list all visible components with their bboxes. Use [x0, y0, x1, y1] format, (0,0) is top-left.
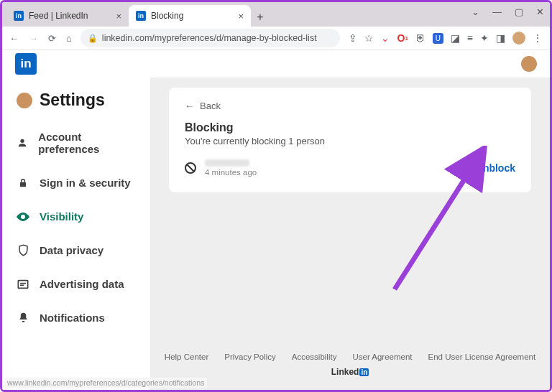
sidebar-item-label: Advertising data	[40, 278, 124, 290]
svg-rect-1	[20, 182, 26, 186]
extension-icon[interactable]: ≡	[467, 32, 473, 44]
settings-sidebar: Settings Account preferences Sign in & s…	[2, 78, 150, 390]
blocking-card: ← Back Blocking You're currently blockin…	[169, 88, 531, 192]
star-icon[interactable]: ☆	[364, 32, 374, 44]
sidebar-item-label: Sign in & security	[40, 177, 131, 189]
browser-addressbar: ← → ⟳ ⌂ 🔒 linkedin.com/mypreferences/d/m…	[2, 27, 550, 50]
url-input[interactable]: 🔒 linkedin.com/mypreferences/d/manage-by…	[80, 29, 341, 47]
window-controls: ⌄ ― ▢ ✕	[472, 6, 544, 17]
close-window-icon[interactable]: ✕	[536, 6, 544, 17]
menu-icon[interactable]: ⋮	[533, 32, 543, 44]
home-icon[interactable]: ⌂	[66, 33, 72, 44]
settings-header: Settings	[2, 90, 150, 120]
chevron-down-icon[interactable]: ⌄	[472, 6, 479, 17]
blocked-user-row: 4 minutes ago Unblock	[185, 159, 515, 177]
extension-icon[interactable]: U	[433, 33, 443, 44]
share-icon[interactable]: ⇪	[349, 32, 357, 44]
linkedin-favicon-icon: in	[14, 11, 24, 21]
footer-link[interactable]: Help Center	[165, 353, 208, 361]
footer-link[interactable]: Privacy Policy	[224, 353, 276, 361]
sidebar-item-account[interactable]: Account preferences	[2, 120, 150, 166]
page-title: Blocking	[185, 121, 515, 134]
footer-link[interactable]: User Agreement	[352, 353, 412, 361]
browser-tabbar: in Feed | LinkedIn × in Blocking × + ⌄ ―…	[2, 2, 550, 27]
blocked-icon	[185, 162, 196, 174]
settings-title: Settings	[40, 90, 105, 110]
reload-icon[interactable]: ⟳	[48, 33, 56, 44]
blocked-user-name	[205, 159, 249, 167]
tab-title: Feed | LinkedIn	[29, 11, 88, 21]
footer-link[interactable]: End User License Agreement	[428, 353, 536, 361]
tab-title: Blocking	[151, 11, 183, 21]
minimize-icon[interactable]: ―	[492, 6, 502, 17]
status-bar: www.linkedin.com/mypreferences/d/categor…	[4, 378, 207, 388]
extensions-menu-icon[interactable]: ✦	[480, 32, 489, 44]
close-icon[interactable]: ×	[238, 11, 244, 22]
bell-icon	[17, 312, 29, 324]
sidebar-item-label: Data privacy	[40, 244, 104, 256]
maximize-icon[interactable]: ▢	[515, 6, 523, 17]
sidebar-item-label: Visibility	[40, 210, 83, 223]
footer-brand: Linkedin	[150, 367, 550, 377]
sidebar-item-advertising[interactable]: Advertising data	[2, 267, 150, 301]
extension-icon[interactable]: ◪	[451, 32, 460, 44]
arrow-left-icon: ←	[185, 101, 194, 111]
linkedin-logo-icon[interactable]: in	[15, 53, 37, 75]
tab-feed[interactable]: in Feed | LinkedIn ×	[6, 5, 129, 27]
main-panel: ← Back Blocking You're currently blockin…	[150, 78, 550, 390]
forward-icon[interactable]: →	[29, 33, 38, 44]
extension-icon[interactable]: ⛨	[415, 32, 426, 44]
footer: Help Center Privacy Policy Accessibility…	[150, 353, 550, 377]
user-avatar-icon[interactable]	[521, 56, 537, 72]
shield-icon	[17, 244, 29, 256]
url-text: linkedin.com/mypreferences/d/manage-by-b…	[102, 33, 317, 43]
new-tab-button[interactable]: +	[251, 8, 270, 27]
user-avatar-icon	[17, 93, 32, 108]
unblock-button[interactable]: Unblock	[476, 162, 515, 174]
sidebar-item-privacy[interactable]: Data privacy	[2, 233, 150, 267]
page-subtitle: You're currently blocking 1 person	[185, 136, 515, 146]
sidebar-item-visibility[interactable]: Visibility	[2, 200, 150, 233]
svg-point-0	[21, 139, 24, 143]
pocket-icon[interactable]: ⌄	[381, 32, 390, 44]
sidepanel-icon[interactable]: ◨	[496, 32, 505, 44]
close-icon[interactable]: ×	[116, 11, 121, 22]
extension-icon[interactable]: O1	[397, 32, 408, 44]
receipt-icon	[17, 279, 29, 289]
back-label: Back	[200, 101, 221, 111]
linkedin-favicon-icon: in	[136, 11, 146, 21]
back-icon[interactable]: ←	[9, 33, 19, 44]
footer-link[interactable]: Accessibility	[292, 353, 337, 361]
lock-icon: 🔒	[88, 34, 98, 43]
sidebar-item-notifications[interactable]: Notifications	[2, 301, 150, 335]
linkedin-header: in	[2, 50, 550, 78]
profile-avatar-icon[interactable]	[512, 32, 525, 45]
sidebar-item-label: Notifications	[40, 312, 105, 324]
svg-rect-2	[18, 280, 27, 288]
blocked-time: 4 minutes ago	[205, 168, 257, 177]
sidebar-item-label: Account preferences	[38, 131, 136, 155]
tab-blocking[interactable]: in Blocking ×	[129, 5, 251, 27]
person-icon	[17, 137, 28, 149]
back-button[interactable]: ← Back	[185, 101, 515, 111]
lock-icon	[17, 177, 29, 189]
content-area: Settings Account preferences Sign in & s…	[2, 78, 550, 390]
sidebar-item-security[interactable]: Sign in & security	[2, 166, 150, 200]
eye-icon	[17, 213, 29, 221]
